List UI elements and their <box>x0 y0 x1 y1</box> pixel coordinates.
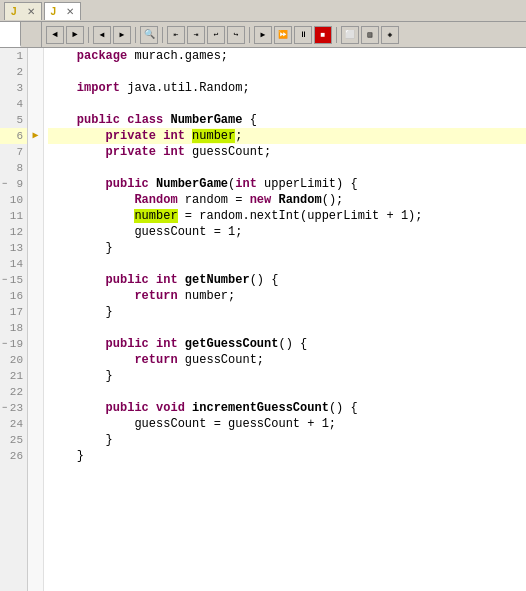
toolbar-btn-6[interactable]: ⏩ <box>274 26 292 44</box>
code-line-16: return number; <box>48 288 526 304</box>
toolbar-btn-9[interactable]: ⬜ <box>341 26 359 44</box>
code-token: guessCount = guessCount + 1; <box>134 417 336 431</box>
code-line-23: public void incrementGuessCount() { <box>48 400 526 416</box>
gutter-row-14 <box>28 256 43 272</box>
source-tab[interactable] <box>0 22 21 47</box>
toolbar-btn-2[interactable]: ⇥ <box>187 26 205 44</box>
line-number-25: 25 <box>0 432 27 448</box>
gutter-row-1 <box>28 48 43 64</box>
gutter-row-8 <box>28 160 43 176</box>
toolbar-back-btn[interactable]: ◀ <box>93 26 111 44</box>
gutter-row-25 <box>28 432 43 448</box>
toolbar-sep-2 <box>135 27 136 43</box>
gutter-row-10 <box>28 192 43 208</box>
fold-icon-19[interactable]: − <box>2 339 7 349</box>
code-token: public <box>106 273 149 287</box>
line-number-2: 2 <box>0 64 27 80</box>
line-number-6: 6 <box>0 128 27 144</box>
fold-icon-9[interactable]: − <box>2 179 7 189</box>
gutter-row-16 <box>28 288 43 304</box>
code-token <box>149 337 156 351</box>
line-number-14: 14 <box>0 256 27 272</box>
line-number-24: 24 <box>0 416 27 432</box>
code-line-3: import java.util.Random; <box>48 80 526 96</box>
code-token: Random <box>278 193 321 207</box>
code-line-24: guessCount = guessCount + 1; <box>48 416 526 432</box>
code-token: int <box>163 129 185 143</box>
code-token <box>156 129 163 143</box>
code-token: } <box>106 241 113 255</box>
code-token <box>185 401 192 415</box>
code-token <box>271 193 278 207</box>
toolbar-sep-5 <box>336 27 337 43</box>
code-token: void <box>156 401 185 415</box>
gutter-row-12 <box>28 224 43 240</box>
toolbar-prev-btn[interactable]: ◄ <box>46 26 64 44</box>
toolbar-btn-4[interactable]: ↪ <box>227 26 245 44</box>
gutter-row-6: ▶ <box>28 128 43 144</box>
code-line-6: private int number; <box>48 128 526 144</box>
line-number-17: 17 <box>0 304 27 320</box>
code-line-13: } <box>48 240 526 256</box>
toolbar-btn-8[interactable]: ■ <box>314 26 332 44</box>
code-token: public <box>106 401 149 415</box>
code-line-8 <box>48 160 526 176</box>
code-token <box>120 113 127 127</box>
code-token: } <box>106 369 113 383</box>
toolbar: ◄ ► ◀ ▶ 🔍 ⇤ ⇥ ↩ ↪ ▶ ⏩ ⏸ ■ ⬜ ▤ ◈ <box>42 22 526 47</box>
toolbar-fwd-btn[interactable]: ▶ <box>113 26 131 44</box>
tab-mainjava[interactable]: J ✕ <box>4 2 42 20</box>
fold-icon-23[interactable]: − <box>2 403 7 413</box>
line-number-8: 8 <box>0 160 27 176</box>
gutter-row-18 <box>28 320 43 336</box>
line-number-9: −9 <box>0 176 27 192</box>
toolbar-btn-3[interactable]: ↩ <box>207 26 225 44</box>
code-token: () { <box>250 273 279 287</box>
search-icon[interactable]: 🔍 <box>140 26 158 44</box>
code-token: incrementGuessCount <box>192 401 329 415</box>
code-line-25: } <box>48 432 526 448</box>
line-number-18: 18 <box>0 320 27 336</box>
line-number-23: −23 <box>0 400 27 416</box>
line-number-3: 3 <box>0 80 27 96</box>
toolbar-btn-11[interactable]: ◈ <box>381 26 399 44</box>
code-token: package <box>77 49 127 63</box>
code-token: public <box>106 177 149 191</box>
toolbar-next-btn[interactable]: ► <box>66 26 84 44</box>
close-icon-main[interactable]: ✕ <box>27 6 35 17</box>
code-token: private <box>106 129 156 143</box>
code-line-1: package murach.games; <box>48 48 526 64</box>
toolbar-btn-5[interactable]: ▶ <box>254 26 272 44</box>
close-icon-numbergame[interactable]: ✕ <box>66 6 74 17</box>
code-token: } <box>106 433 113 447</box>
toolbar-btn-7[interactable]: ⏸ <box>294 26 312 44</box>
code-token <box>178 273 185 287</box>
gutter: ▶ <box>28 48 44 591</box>
java-icon-2: J <box>51 6 57 17</box>
code-token: = random.nextInt(upperLimit + 1); <box>178 209 423 223</box>
code-token: upperLimit) { <box>257 177 358 191</box>
line-number-20: 20 <box>0 352 27 368</box>
fold-icon-15[interactable]: − <box>2 275 7 285</box>
history-tab[interactable] <box>21 22 42 47</box>
code-token: class <box>127 113 163 127</box>
toolbar-btn-1[interactable]: ⇤ <box>167 26 185 44</box>
code-token <box>156 145 163 159</box>
tab-numbergame[interactable]: J ✕ <box>44 2 82 20</box>
code-line-20: return guessCount; <box>48 352 526 368</box>
code-token: int <box>235 177 257 191</box>
toolbar-btn-10[interactable]: ▤ <box>361 26 379 44</box>
code-token: getGuessCount <box>185 337 279 351</box>
line-number-13: 13 <box>0 240 27 256</box>
gutter-row-22 <box>28 384 43 400</box>
gutter-row-15 <box>28 272 43 288</box>
code-line-7: private int guessCount; <box>48 144 526 160</box>
gutter-row-24 <box>28 416 43 432</box>
code-token: number; <box>178 289 236 303</box>
code-token: NumberGame <box>156 177 228 191</box>
source-history-bar: ◄ ► ◀ ▶ 🔍 ⇤ ⇥ ↩ ↪ ▶ ⏩ ⏸ ■ ⬜ ▤ ◈ <box>0 22 526 48</box>
line-number-7: 7 <box>0 144 27 160</box>
line-numbers: 12345678−91011121314−15161718−19202122−2… <box>0 48 28 591</box>
title-bar: J ✕ J ✕ <box>0 0 526 22</box>
code-line-17: } <box>48 304 526 320</box>
